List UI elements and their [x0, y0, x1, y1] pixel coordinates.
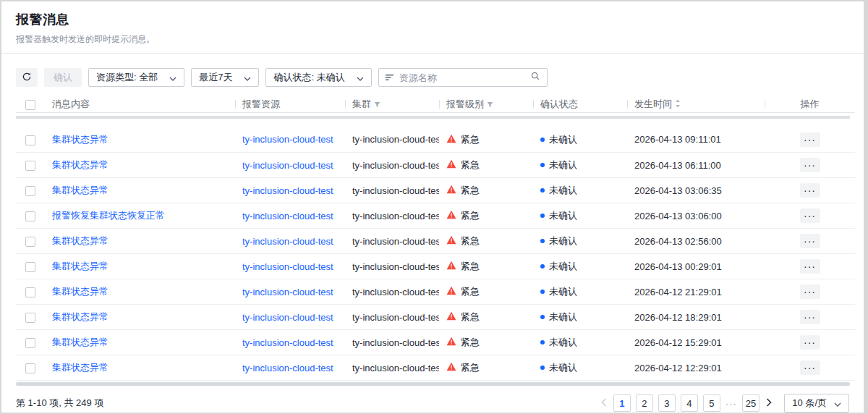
table-row: 集群状态异常 ty-inclusion-cloud-test ty-inclus…: [16, 305, 855, 330]
ack-text: 未确认: [549, 260, 577, 273]
warning-triangle-icon: [446, 159, 456, 171]
ack-text: 未确认: [549, 184, 577, 197]
column-label: 发生时间: [634, 98, 672, 109]
resource-link[interactable]: ty-inclusion-cloud-test: [242, 185, 333, 196]
refresh-button[interactable]: [16, 68, 38, 87]
warning-triangle-icon: [446, 235, 456, 247]
filter-funnel-icon[interactable]: [374, 99, 380, 110]
more-actions-button[interactable]: ···: [800, 132, 820, 147]
message-link[interactable]: 集群状态异常: [52, 159, 109, 170]
level-text: 紧急: [461, 159, 480, 172]
search-icon[interactable]: [530, 71, 540, 84]
time-range-filter-label: 最近7天: [199, 71, 232, 84]
resource-link[interactable]: ty-inclusion-cloud-test: [242, 363, 333, 373]
page-button-5[interactable]: 5: [703, 394, 720, 412]
cluster-text: ty-inclusion-cloud-test: [352, 211, 439, 221]
row-checkbox[interactable]: [25, 186, 35, 196]
row-checkbox[interactable]: [25, 211, 35, 221]
page-subtitle: 报警器触发时发送的即时提示消息。: [16, 33, 849, 46]
filter-funnel-icon[interactable]: [487, 99, 493, 110]
column-label: 报警级别: [446, 98, 484, 109]
row-checkbox[interactable]: [25, 338, 35, 348]
message-link[interactable]: 集群状态异常: [52, 185, 109, 195]
column-header-action: 操作: [765, 96, 855, 112]
more-actions-button[interactable]: ···: [800, 335, 820, 350]
cluster-text: ty-inclusion-cloud-test: [352, 236, 439, 247]
more-actions-button[interactable]: ···: [800, 310, 820, 324]
confirm-button[interactable]: 确认: [44, 68, 82, 87]
message-link[interactable]: 集群状态异常: [52, 134, 109, 145]
page-button-3[interactable]: 3: [658, 394, 676, 412]
resource-link[interactable]: ty-inclusion-cloud-test: [242, 287, 333, 297]
message-link[interactable]: 集群状态异常: [52, 286, 109, 297]
ack-text: 未确认: [549, 361, 577, 374]
page-header: 报警消息 报警器触发时发送的即时提示消息。: [1, 1, 864, 53]
more-actions-button[interactable]: ···: [800, 234, 820, 248]
next-page-button[interactable]: [765, 398, 773, 409]
message-link[interactable]: 集群状态异常: [52, 261, 109, 271]
alarm-messages-page: 报警消息 报警器触发时发送的即时提示消息。 确认 资源类型: 全部 最近7天 确…: [0, 0, 868, 414]
page-button-4[interactable]: 4: [681, 394, 698, 412]
filter-lines-icon[interactable]: [386, 71, 394, 84]
resource-link[interactable]: ty-inclusion-cloud-test: [242, 312, 333, 323]
message-link[interactable]: 集群状态异常: [52, 362, 109, 373]
row-checkbox[interactable]: [25, 161, 35, 171]
row-checkbox[interactable]: [25, 135, 35, 145]
ack-text: 未确认: [549, 310, 577, 324]
search-input[interactable]: [399, 72, 525, 83]
level-text: 紧急: [461, 361, 480, 374]
more-actions-button[interactable]: ···: [800, 284, 820, 299]
status-dot-icon: [540, 290, 545, 294]
more-actions-button[interactable]: ···: [800, 259, 820, 274]
select-all-checkbox[interactable]: [25, 100, 35, 110]
resource-link[interactable]: ty-inclusion-cloud-test: [242, 134, 333, 145]
column-label: 报警资源: [242, 98, 280, 109]
more-actions-button[interactable]: ···: [800, 360, 820, 375]
table-row: 集群状态异常 ty-inclusion-cloud-test ty-inclus…: [16, 254, 855, 279]
row-checkbox[interactable]: [25, 287, 35, 297]
more-actions-button[interactable]: ···: [800, 158, 820, 172]
page-size-select[interactable]: 10 条/页: [784, 394, 849, 413]
toolbar: 确认 资源类型: 全部 最近7天 确认状态: 未确认: [16, 67, 849, 88]
time-range-filter[interactable]: 最近7天: [191, 68, 259, 87]
warning-triangle-icon: [446, 185, 456, 196]
ack-state-filter[interactable]: 确认状态: 未确认: [265, 68, 371, 87]
warning-triangle-icon: [446, 362, 456, 373]
time-text: 2026-04-13 03:06:35: [634, 185, 722, 196]
row-checkbox[interactable]: [25, 237, 35, 247]
row-checkbox[interactable]: [25, 313, 35, 323]
page-button-1[interactable]: 1: [613, 394, 631, 412]
table-row: 集群状态异常 ty-inclusion-cloud-test ty-inclus…: [16, 153, 855, 178]
level-text: 紧急: [461, 209, 480, 222]
page-button-last[interactable]: 25: [742, 394, 760, 412]
page-button-2[interactable]: 2: [636, 394, 653, 412]
message-link[interactable]: 报警恢复集群状态恢复正常: [52, 210, 165, 221]
message-link[interactable]: 集群状态异常: [52, 337, 109, 347]
more-actions-button[interactable]: ···: [800, 208, 820, 223]
more-actions-button[interactable]: ···: [800, 183, 820, 198]
table-row: 集群状态异常 ty-inclusion-cloud-test ty-inclus…: [16, 229, 855, 254]
resource-link[interactable]: ty-inclusion-cloud-test: [242, 160, 333, 171]
resource-link[interactable]: ty-inclusion-cloud-test: [242, 337, 333, 348]
cluster-text: ty-inclusion-cloud-test: [352, 134, 439, 145]
resource-type-filter[interactable]: 资源类型: 全部: [88, 68, 184, 87]
prev-page-button[interactable]: [600, 398, 608, 409]
time-text: 2026-04-13 09:11:01: [634, 134, 721, 145]
sorter-icon[interactable]: [675, 99, 681, 110]
table-header-row: 消息内容 报警资源 集群 报警级别 确认状态 发生时间 操作: [16, 96, 855, 112]
time-text: 2026-04-13 06:11:00: [634, 160, 721, 171]
message-link[interactable]: 集群状态异常: [52, 311, 109, 322]
page-ellipsis[interactable]: ···: [726, 398, 737, 409]
message-link[interactable]: 集群状态异常: [52, 235, 109, 246]
warning-triangle-icon: [446, 134, 456, 145]
ack-text: 未确认: [549, 209, 577, 222]
horizontal-scrollbar-top[interactable]: [16, 116, 850, 119]
level-text: 紧急: [461, 336, 480, 349]
status-dot-icon: [540, 188, 545, 193]
resource-link[interactable]: ty-inclusion-cloud-test: [242, 236, 333, 247]
row-checkbox[interactable]: [25, 262, 35, 272]
time-text: 2026-04-12 15:29:01: [634, 337, 722, 348]
row-checkbox[interactable]: [25, 363, 35, 373]
resource-link[interactable]: ty-inclusion-cloud-test: [242, 211, 333, 221]
resource-link[interactable]: ty-inclusion-cloud-test: [242, 261, 333, 272]
